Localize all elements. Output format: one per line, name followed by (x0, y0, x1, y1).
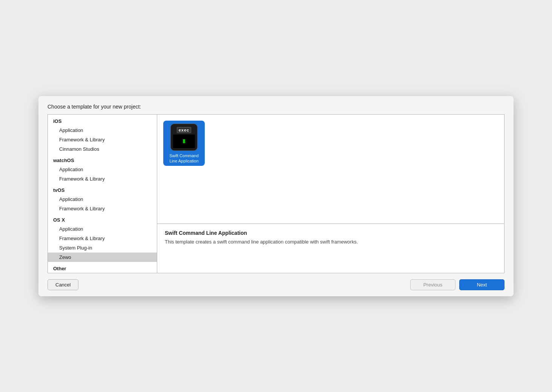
dialog-footer: Cancel Previous Next (38, 273, 514, 296)
sidebar-item-osx-plugin[interactable]: System Plug-in (48, 243, 157, 253)
dialog-title: Choose a template for your new project: (48, 104, 141, 110)
cancel-button[interactable]: Cancel (48, 279, 78, 290)
sidebar-section-ios[interactable]: iOS (48, 115, 157, 126)
sidebar-item-tvos-application[interactable]: Application (48, 194, 157, 204)
template-grid: exec█Swift Command Line Application (157, 115, 504, 224)
content-area: exec█Swift Command Line Application Swif… (157, 115, 504, 273)
new-project-dialog: Choose a template for your new project: … (38, 96, 514, 296)
description-text: This template creates a swift command li… (165, 238, 497, 246)
sidebar-item-ios-application[interactable]: Application (48, 126, 157, 135)
dialog-header: Choose a template for your new project: (38, 96, 514, 114)
main-panel: iOSApplicationFramework & LibraryCinnamo… (48, 114, 504, 273)
sidebar-section-tvos[interactable]: tvOS (48, 184, 157, 194)
sidebar: iOSApplicationFramework & LibraryCinnamo… (48, 115, 157, 273)
icon-screen: █ (173, 135, 195, 148)
description-title: Swift Command Line Application (165, 230, 497, 236)
sidebar-item-ios-framework[interactable]: Framework & Library (48, 135, 157, 144)
sidebar-item-osx-framework[interactable]: Framework & Library (48, 234, 157, 243)
sidebar-item-osx-zewo[interactable]: Zewo (48, 253, 157, 262)
sidebar-item-watchos-framework[interactable]: Framework & Library (48, 174, 157, 184)
sidebar-item-ios-cinnamon[interactable]: Cinnamon Studios (48, 144, 157, 154)
description-panel: Swift Command Line Application This temp… (157, 224, 504, 273)
sidebar-item-tvos-framework[interactable]: Framework & Library (48, 204, 157, 213)
footer-right-buttons: Previous Next (410, 279, 504, 290)
previous-button[interactable]: Previous (410, 279, 455, 290)
template-label-swift-cli: Swift Command Line Application (166, 153, 202, 164)
sidebar-section-other[interactable]: Other (48, 262, 157, 273)
template-item-swift-cli[interactable]: exec█Swift Command Line Application (163, 121, 205, 166)
sidebar-section-watchos[interactable]: watchOS (48, 154, 157, 165)
sidebar-item-osx-application[interactable]: Application (48, 224, 157, 234)
next-button[interactable]: Next (459, 279, 504, 290)
icon-cursor: █ (183, 139, 185, 143)
template-icon-swift-cli: exec█ (170, 124, 198, 151)
dialog-body: iOSApplicationFramework & LibraryCinnamo… (38, 114, 514, 273)
exec-label: exec (177, 127, 191, 133)
sidebar-item-watchos-application[interactable]: Application (48, 165, 157, 174)
sidebar-section-os-x[interactable]: OS X (48, 213, 157, 224)
